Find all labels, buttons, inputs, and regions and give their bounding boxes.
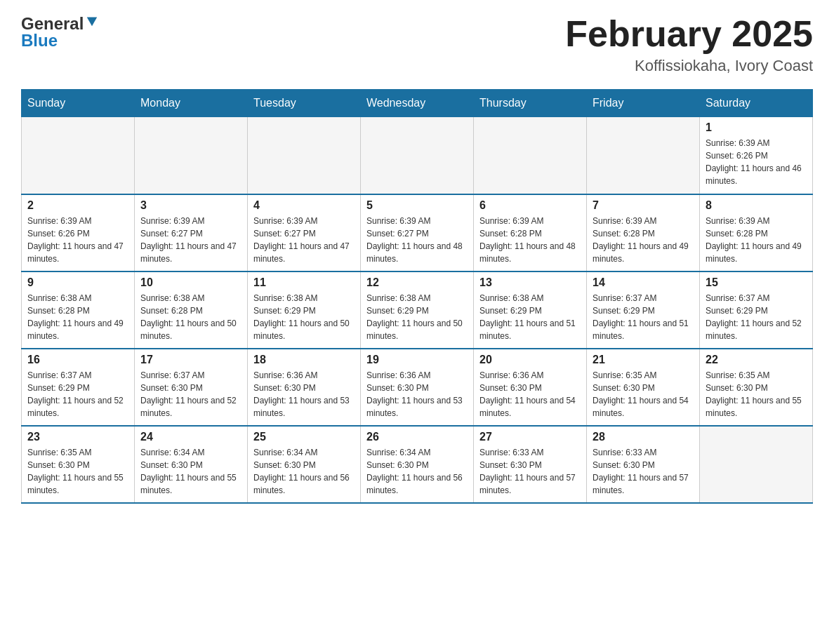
day-info: Sunrise: 6:38 AMSunset: 6:28 PMDaylight:… — [27, 292, 128, 342]
calendar-cell: 23Sunrise: 6:35 AMSunset: 6:30 PMDayligh… — [22, 426, 135, 503]
day-info: Sunrise: 6:34 AMSunset: 6:30 PMDaylight:… — [253, 446, 355, 497]
logo-triangle-icon — [86, 15, 98, 30]
weekday-header: Thursday — [474, 90, 587, 117]
calendar-cell: 26Sunrise: 6:34 AMSunset: 6:30 PMDayligh… — [361, 426, 474, 503]
calendar-cell: 12Sunrise: 6:38 AMSunset: 6:29 PMDayligh… — [361, 271, 474, 349]
day-info: Sunrise: 6:35 AMSunset: 6:30 PMDaylight:… — [593, 369, 694, 420]
day-number: 28 — [593, 431, 694, 443]
calendar-cell: 28Sunrise: 6:33 AMSunset: 6:30 PMDayligh… — [587, 426, 700, 503]
page-subtitle: Koffissiokaha, Ivory Coast — [565, 57, 813, 75]
day-number: 14 — [593, 276, 694, 289]
page-title: February 2025 — [565, 14, 813, 54]
day-number: 21 — [593, 354, 694, 366]
day-number: 9 — [27, 276, 128, 289]
day-number: 22 — [706, 354, 807, 366]
calendar-table: SundayMondayTuesdayWednesdayThursdayFrid… — [21, 89, 813, 504]
calendar-cell — [22, 117, 135, 194]
day-number: 27 — [479, 431, 581, 443]
logo: General Blue — [21, 14, 98, 51]
weekday-header: Monday — [135, 90, 248, 117]
calendar-cell: 9Sunrise: 6:38 AMSunset: 6:28 PMDaylight… — [22, 271, 135, 349]
calendar-cell: 11Sunrise: 6:38 AMSunset: 6:29 PMDayligh… — [248, 271, 361, 349]
calendar-week-row: 16Sunrise: 6:37 AMSunset: 6:29 PMDayligh… — [22, 349, 813, 426]
day-info: Sunrise: 6:37 AMSunset: 6:29 PMDaylight:… — [27, 369, 128, 420]
day-number: 5 — [366, 199, 468, 212]
day-info: Sunrise: 6:34 AMSunset: 6:30 PMDaylight:… — [366, 446, 468, 497]
day-number: 26 — [366, 431, 468, 443]
calendar-cell — [361, 117, 474, 194]
day-number: 16 — [27, 354, 128, 366]
calendar-cell: 5Sunrise: 6:39 AMSunset: 6:27 PMDaylight… — [361, 194, 474, 271]
day-number: 24 — [140, 431, 241, 443]
logo-blue-text: Blue — [21, 31, 58, 51]
calendar-cell: 25Sunrise: 6:34 AMSunset: 6:30 PMDayligh… — [248, 426, 361, 503]
calendar-cell: 3Sunrise: 6:39 AMSunset: 6:27 PMDaylight… — [135, 194, 248, 271]
day-info: Sunrise: 6:36 AMSunset: 6:30 PMDaylight:… — [479, 369, 581, 420]
day-number: 20 — [479, 354, 581, 366]
day-number: 13 — [479, 276, 581, 289]
day-info: Sunrise: 6:36 AMSunset: 6:30 PMDaylight:… — [366, 369, 468, 420]
day-number: 4 — [253, 199, 355, 212]
day-number: 15 — [706, 276, 807, 289]
calendar-cell — [248, 117, 361, 194]
calendar-cell — [587, 117, 700, 194]
calendar-cell: 20Sunrise: 6:36 AMSunset: 6:30 PMDayligh… — [474, 349, 587, 426]
day-number: 2 — [27, 199, 128, 212]
day-number: 25 — [253, 431, 355, 443]
day-info: Sunrise: 6:35 AMSunset: 6:30 PMDaylight:… — [706, 369, 807, 420]
weekday-header: Tuesday — [248, 90, 361, 117]
day-number: 17 — [140, 354, 241, 366]
calendar-week-row: 9Sunrise: 6:38 AMSunset: 6:28 PMDaylight… — [22, 271, 813, 349]
day-info: Sunrise: 6:35 AMSunset: 6:30 PMDaylight:… — [27, 446, 128, 497]
calendar-cell: 10Sunrise: 6:38 AMSunset: 6:28 PMDayligh… — [135, 271, 248, 349]
calendar-cell: 15Sunrise: 6:37 AMSunset: 6:29 PMDayligh… — [700, 271, 813, 349]
weekday-header: Wednesday — [361, 90, 474, 117]
day-info: Sunrise: 6:33 AMSunset: 6:30 PMDaylight:… — [479, 446, 581, 497]
day-info: Sunrise: 6:37 AMSunset: 6:29 PMDaylight:… — [593, 292, 694, 342]
day-number: 6 — [479, 199, 581, 212]
day-info: Sunrise: 6:39 AMSunset: 6:28 PMDaylight:… — [706, 215, 807, 265]
title-block: February 2025 Koffissiokaha, Ivory Coast — [565, 14, 813, 75]
day-info: Sunrise: 6:38 AMSunset: 6:28 PMDaylight:… — [140, 292, 241, 342]
day-number: 12 — [366, 276, 468, 289]
calendar-week-row: 1Sunrise: 6:39 AMSunset: 6:26 PMDaylight… — [22, 117, 813, 194]
day-info: Sunrise: 6:39 AMSunset: 6:28 PMDaylight:… — [479, 215, 581, 265]
day-number: 8 — [706, 199, 807, 212]
svg-marker-0 — [87, 18, 97, 27]
day-info: Sunrise: 6:39 AMSunset: 6:27 PMDaylight:… — [140, 215, 241, 265]
calendar-cell: 14Sunrise: 6:37 AMSunset: 6:29 PMDayligh… — [587, 271, 700, 349]
calendar-cell: 24Sunrise: 6:34 AMSunset: 6:30 PMDayligh… — [135, 426, 248, 503]
calendar-cell: 22Sunrise: 6:35 AMSunset: 6:30 PMDayligh… — [700, 349, 813, 426]
calendar-cell: 13Sunrise: 6:38 AMSunset: 6:29 PMDayligh… — [474, 271, 587, 349]
day-info: Sunrise: 6:39 AMSunset: 6:27 PMDaylight:… — [366, 215, 468, 265]
day-number: 10 — [140, 276, 241, 289]
page-header: General Blue February 2025 Koffissiokaha… — [21, 14, 813, 75]
calendar-cell: 7Sunrise: 6:39 AMSunset: 6:28 PMDaylight… — [587, 194, 700, 271]
calendar-cell — [474, 117, 587, 194]
calendar-cell: 17Sunrise: 6:37 AMSunset: 6:30 PMDayligh… — [135, 349, 248, 426]
day-info: Sunrise: 6:38 AMSunset: 6:29 PMDaylight:… — [253, 292, 355, 342]
day-number: 19 — [366, 354, 468, 366]
day-info: Sunrise: 6:39 AMSunset: 6:27 PMDaylight:… — [253, 215, 355, 265]
day-number: 3 — [140, 199, 241, 212]
weekday-header: Friday — [587, 90, 700, 117]
calendar-cell: 19Sunrise: 6:36 AMSunset: 6:30 PMDayligh… — [361, 349, 474, 426]
calendar-cell: 18Sunrise: 6:36 AMSunset: 6:30 PMDayligh… — [248, 349, 361, 426]
calendar-header-row: SundayMondayTuesdayWednesdayThursdayFrid… — [22, 90, 813, 117]
day-number: 23 — [27, 431, 128, 443]
day-number: 18 — [253, 354, 355, 366]
day-number: 11 — [253, 276, 355, 289]
day-info: Sunrise: 6:38 AMSunset: 6:29 PMDaylight:… — [479, 292, 581, 342]
calendar-cell — [135, 117, 248, 194]
day-info: Sunrise: 6:33 AMSunset: 6:30 PMDaylight:… — [593, 446, 694, 497]
weekday-header: Saturday — [700, 90, 813, 117]
weekday-header: Sunday — [22, 90, 135, 117]
day-info: Sunrise: 6:39 AMSunset: 6:28 PMDaylight:… — [593, 215, 694, 265]
calendar-cell: 4Sunrise: 6:39 AMSunset: 6:27 PMDaylight… — [248, 194, 361, 271]
calendar-cell: 27Sunrise: 6:33 AMSunset: 6:30 PMDayligh… — [474, 426, 587, 503]
day-number: 1 — [706, 121, 807, 134]
day-number: 7 — [593, 199, 694, 212]
day-info: Sunrise: 6:37 AMSunset: 6:29 PMDaylight:… — [706, 292, 807, 342]
calendar-week-row: 2Sunrise: 6:39 AMSunset: 6:26 PMDaylight… — [22, 194, 813, 271]
calendar-week-row: 23Sunrise: 6:35 AMSunset: 6:30 PMDayligh… — [22, 426, 813, 503]
